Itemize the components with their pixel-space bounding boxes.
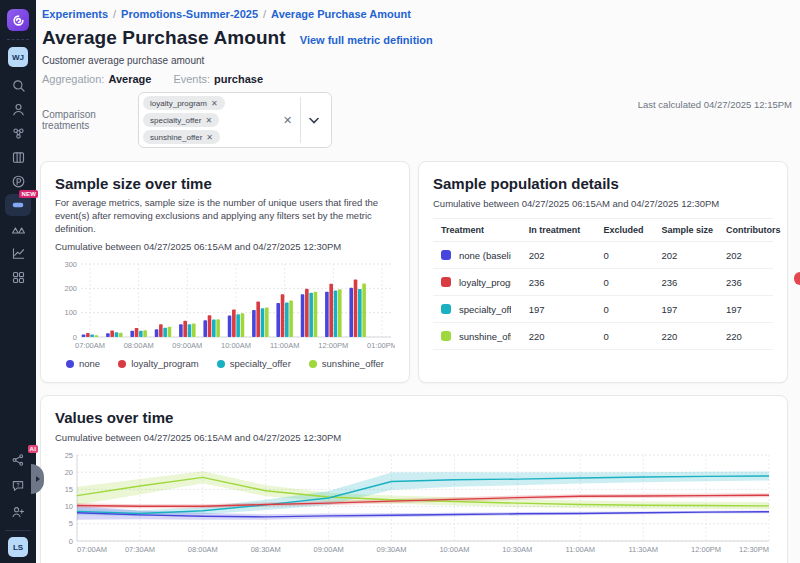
table-cell-in_treatment: 202 xyxy=(525,242,600,269)
user-avatar[interactable]: LS xyxy=(8,537,28,557)
sidebar-item-analytics[interactable] xyxy=(5,242,31,264)
remove-tag-icon[interactable]: ✕ xyxy=(205,116,212,125)
svg-text:07:00AM: 07:00AM xyxy=(77,545,107,554)
table-column-header: In treatment xyxy=(525,219,600,242)
sidebar-item-pulse[interactable] xyxy=(5,170,31,192)
sample-size-chart-wrap: 010020030007:00AM08:00AM09:00AM10:00AM11… xyxy=(55,259,395,355)
table-cell-contributors: 236 xyxy=(722,269,773,296)
legend-item-specialty_offer[interactable]: specialty_offer xyxy=(217,358,291,369)
breadcrumb-link[interactable]: Average Purchase Amount xyxy=(271,8,411,20)
treatment-tag-label: specialty_offer xyxy=(150,116,201,125)
sidebar-item-gates[interactable] xyxy=(5,146,31,168)
bar-sunshine_offer xyxy=(216,320,220,338)
bar-loyalty_program xyxy=(159,325,163,338)
sidebar-item-segments[interactable] xyxy=(5,122,31,144)
table-cell-contributors: 220 xyxy=(722,323,773,350)
bar-loyalty_program xyxy=(232,310,236,337)
bar-specialty_offer xyxy=(261,309,265,338)
breadcrumb-link[interactable]: Promotions-Summer-2025 xyxy=(121,8,258,20)
sidebar-item-ai-assist[interactable]: AI xyxy=(5,449,31,471)
comparison-treatments-label: Comparison treatments xyxy=(42,109,138,131)
svg-text:11:00AM: 11:00AM xyxy=(270,341,299,350)
legend-label: none xyxy=(79,358,100,369)
bar-none xyxy=(179,325,183,338)
bar-loyalty_program xyxy=(354,280,358,337)
title-row: Average Purchase Amount View full metric… xyxy=(42,27,788,49)
legend-dot xyxy=(118,360,126,368)
sample-size-title: Sample size over time xyxy=(55,175,395,192)
sidebar-item-experiments[interactable] xyxy=(5,218,31,240)
bar-sunshine_offer xyxy=(119,333,123,337)
sidebar-item-metrics[interactable]: NEW xyxy=(5,194,31,216)
legend-dot xyxy=(66,360,74,368)
bar-loyalty_program xyxy=(183,321,187,337)
svg-text:300: 300 xyxy=(64,260,77,269)
app-logo[interactable] xyxy=(7,9,29,31)
person-plus-icon xyxy=(11,505,25,519)
table-cell-contributors: 197 xyxy=(722,296,773,323)
sample-size-bar-chart: 010020030007:00AM08:00AM09:00AM10:00AM11… xyxy=(55,259,395,351)
svg-text:10:30AM: 10:30AM xyxy=(502,545,532,554)
treatment-color-swatch xyxy=(441,277,451,287)
svg-text:200: 200 xyxy=(64,284,77,293)
svg-text:100: 100 xyxy=(64,309,77,318)
sidebar-item-apps[interactable] xyxy=(5,266,31,288)
sidebar-item-help[interactable]: ? xyxy=(5,475,31,497)
metrics-icon xyxy=(10,197,26,213)
legend-item-loyalty_program[interactable]: loyalty_program xyxy=(118,358,199,369)
svg-text:12:00PM: 12:00PM xyxy=(691,545,721,554)
table-cell-excluded: 0 xyxy=(600,296,658,323)
bar-specialty_offer xyxy=(163,328,167,337)
bar-sunshine_offer xyxy=(265,308,269,337)
bar-specialty_offer xyxy=(236,315,240,338)
table-cell-excluded: 0 xyxy=(600,242,658,269)
table-cell-excluded: 0 xyxy=(600,323,658,350)
bar-sunshine_offer xyxy=(143,331,147,338)
logo-swirl-icon xyxy=(12,14,25,27)
svg-text:08:00AM: 08:00AM xyxy=(124,341,154,350)
breadcrumb: Experiments/Promotions-Summer-2025/Avera… xyxy=(40,8,788,20)
table-column-header: Excluded xyxy=(600,219,658,242)
notification-edge-handle[interactable] xyxy=(794,272,800,285)
sidebar-bottom-divider xyxy=(5,530,31,531)
treatments-select[interactable]: loyalty_program✕specialty_offer✕sunshine… xyxy=(138,92,332,148)
treatment-name: sunshine_offer xyxy=(459,331,511,342)
svg-text:?: ? xyxy=(16,483,19,488)
values-card: Values over time Cumulative between 04/2… xyxy=(40,395,788,563)
svg-text:10:00AM: 10:00AM xyxy=(439,545,469,554)
table-column-header: Treatment xyxy=(433,219,525,242)
grid-icon xyxy=(11,270,26,285)
clear-treatments-icon[interactable]: ✕ xyxy=(275,114,300,127)
table-row: specialty_offer1970197197 xyxy=(433,296,773,323)
population-table: TreatmentIn treatmentExcludedSample size… xyxy=(433,218,773,350)
svg-text:15: 15 xyxy=(65,485,73,494)
treatment-tag[interactable]: specialty_offer✕ xyxy=(143,113,219,127)
chevron-down-icon[interactable] xyxy=(301,117,327,124)
bar-none xyxy=(203,321,207,338)
treatment-tag[interactable]: loyalty_program✕ xyxy=(143,96,225,110)
view-metric-definition-link[interactable]: View full metric definition xyxy=(300,34,433,46)
columns-icon xyxy=(11,150,26,165)
bar-loyalty_program xyxy=(281,295,285,338)
bar-none xyxy=(155,330,159,338)
treatment-tag[interactable]: sunshine_offer✕ xyxy=(143,130,220,144)
legend-item-none[interactable]: none xyxy=(66,358,100,369)
legend-item-sunshine_offer[interactable]: sunshine_offer xyxy=(309,358,384,369)
sidebar-item-invite[interactable] xyxy=(5,501,31,523)
breadcrumb-link[interactable]: Experiments xyxy=(42,8,108,20)
sidebar-item-search[interactable] xyxy=(5,74,31,96)
legend-label: loyalty_program xyxy=(131,358,199,369)
aggregation-value: Average xyxy=(108,73,151,85)
bar-none xyxy=(228,316,232,337)
bar-specialty_offer xyxy=(358,290,362,338)
remove-tag-icon[interactable]: ✕ xyxy=(211,99,218,108)
remove-tag-icon[interactable]: ✕ xyxy=(206,133,213,142)
sample-size-legend: noneloyalty_programspecialty_offersunshi… xyxy=(55,358,395,369)
sidebar-item-users[interactable] xyxy=(5,98,31,120)
table-cell-in_treatment: 220 xyxy=(525,323,600,350)
bar-specialty_offer xyxy=(212,320,216,338)
sidebar-divider xyxy=(7,39,29,40)
workspace-badge[interactable]: WJ xyxy=(8,47,28,67)
sidebar-bottom-nav: AI? xyxy=(5,449,31,527)
events-label: Events: xyxy=(173,73,210,85)
